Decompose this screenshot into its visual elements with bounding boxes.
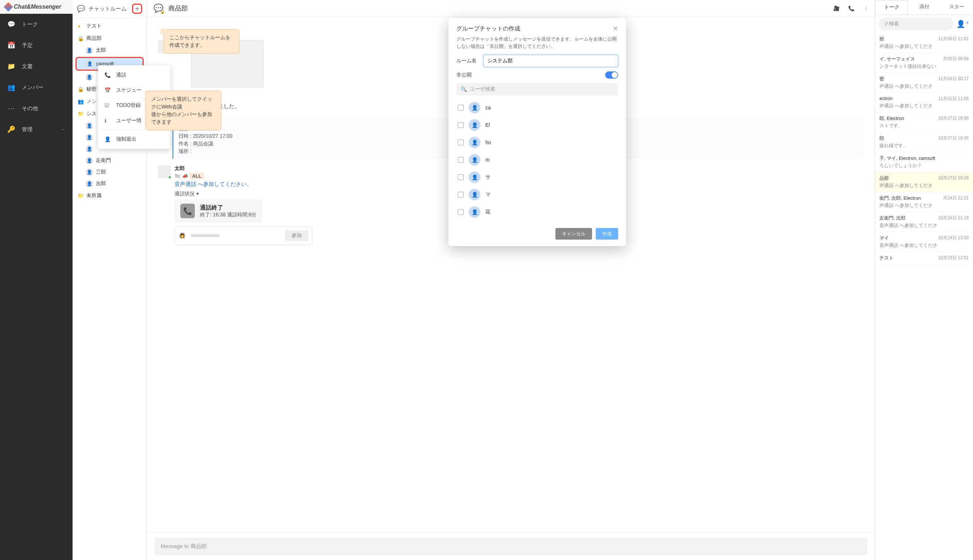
room-member[interactable]: 👤左衛門 (73, 155, 147, 167)
talk-item[interactable]: 郎10月27日 16:35疲れ様です。 (875, 132, 973, 152)
user-row[interactable]: 👤花 (456, 203, 618, 221)
talk-item[interactable]: 部11月06日 11:01声通話 へ参加してくださ (875, 33, 973, 53)
context-item[interactable]: 📞通話 (98, 67, 171, 83)
talk-preview: 声通話 へ参加してくださ (879, 103, 969, 109)
create-button[interactable]: 作成 (596, 228, 618, 240)
talk-item[interactable]: 左衛門, 次郎10月24日 21:19音声通話 へ参加してくださ (875, 212, 973, 232)
tab-添付[interactable]: 添付 (908, 0, 940, 15)
user-row[interactable]: 👤ho (456, 134, 618, 151)
talk-date: 10月24日 21:19 (938, 215, 969, 222)
user-row[interactable]: 👤左 (456, 221, 618, 222)
nav-label: 管理 (22, 126, 33, 133)
voice-call-icon[interactable]: 📞 (848, 5, 854, 11)
nav-item-予定[interactable]: 📅予定 (0, 35, 73, 56)
room-item[interactable]: ●テスト (73, 20, 147, 32)
tab-スター[interactable]: スター (941, 0, 973, 15)
lock-icon: 🔒 (160, 10, 165, 14)
checkbox[interactable] (458, 192, 464, 198)
nav-item-文書[interactable]: 📁文書 (0, 56, 73, 77)
message-input[interactable]: Message to 商品部 (154, 538, 868, 555)
user-row[interactable]: 👤サ (456, 168, 618, 186)
avatar: 👤 (85, 157, 93, 164)
checkbox[interactable] (458, 140, 464, 145)
talk-date: 月05日 09:58 (943, 56, 969, 62)
nav-item-メンバー[interactable]: 👥メンバー (0, 77, 73, 98)
folder-item[interactable]: 📁未所属 (73, 190, 147, 202)
more-icon[interactable]: ⋮ (863, 5, 868, 11)
checkbox[interactable] (458, 209, 464, 215)
talk-name: マイ (879, 235, 889, 242)
checkbox[interactable] (458, 105, 464, 110)
talk-name: 左衛門, 次郎 (879, 215, 906, 222)
user-row[interactable]: 👤El (456, 117, 618, 134)
avatar (158, 165, 171, 178)
talk-name: テスト (879, 255, 894, 261)
checkbox[interactable] (458, 157, 464, 163)
talk-preview: ンターネット接続出来ない (879, 63, 969, 70)
talk-item[interactable]: テスト10月23日 12:01 (875, 252, 973, 265)
call-detail: 終了: 16:38 通話時間:8分 (200, 212, 256, 218)
user-name: 花 (485, 209, 490, 215)
talk-item[interactable]: 子, マイ, Electron, camsoftろしいでしょうか？ (875, 152, 973, 172)
room-status-icon: 🔒 (78, 35, 84, 41)
user-row[interactable]: 👤ca (456, 99, 618, 117)
member-name: 太郎 (96, 47, 106, 53)
member-name: 三郎 (96, 169, 106, 175)
cancel-button[interactable]: キャンセル (555, 228, 592, 240)
talk-date: 10月27日 16:29 (938, 175, 969, 182)
chat-actions: 🎥 📞 ⋮ (833, 5, 868, 11)
room-member[interactable]: 👤三郎 (73, 167, 147, 178)
private-toggle[interactable] (605, 72, 618, 78)
user-row[interactable]: 👤マ (456, 186, 618, 203)
member-name: 左衛門 (96, 157, 111, 164)
talk-date: 10月23日 12:01 (938, 255, 969, 261)
nav-icon: 🔑 (7, 125, 15, 133)
phone-icon: 📞 (180, 204, 195, 218)
talk-search-input[interactable]: ク検索 (879, 18, 953, 30)
talk-item[interactable]: マイ10月24日 13:33音声通話 へ参加してくださ (875, 232, 973, 252)
context-label: TODO登録 (116, 102, 141, 109)
user-search-input[interactable]: 🔍 ユーザ検索 (456, 83, 618, 95)
room-col-title: チャットルーム (89, 5, 129, 12)
join-button[interactable]: 参加 (285, 230, 308, 241)
add-person-icon[interactable]: 👤⁺ (956, 20, 970, 28)
talk-item[interactable]: 郎, Electron10月27日 16:36ストです。 (875, 112, 973, 132)
room-item[interactable]: 🔒商品部 (73, 32, 147, 45)
talk-item[interactable]: 衛門, 次郎, Electron月24日 21:21声通話 へ参加してくださ (875, 192, 973, 212)
add-room-button[interactable]: + (132, 3, 142, 14)
nav-item-トーク[interactable]: 💬トーク (0, 14, 73, 35)
nav-item-その他[interactable]: ⋯その他 (0, 98, 73, 119)
avatar: 👩 (179, 232, 186, 239)
close-icon[interactable]: ✕ (613, 25, 618, 33)
talk-item[interactable]: イ, サーフェイス月05日 09:58ンターネット接続出来ない (875, 53, 973, 73)
callout-web-meeting: メンバーを選択してクイックにWeb会議後から他のメンバーも参加できます (145, 91, 221, 130)
member-name: 次郎 (96, 180, 106, 187)
talk-item[interactable]: 品部10月27日 16:29声通話 へ参加してくださ (875, 172, 973, 192)
chevron-right-icon: → (60, 127, 65, 132)
nav-item-管理[interactable]: 🔑管理→ (0, 119, 73, 140)
tab-トーク[interactable]: トーク (875, 0, 908, 15)
talk-name: ectron (879, 96, 893, 102)
brand-logo: Chat&Messenger (0, 0, 73, 14)
video-call-icon[interactable]: 🎥 (833, 5, 839, 11)
checkbox[interactable] (458, 174, 464, 180)
avatar: 👤 (85, 122, 93, 129)
call-title: 通話終了 (200, 204, 256, 212)
talk-item[interactable]: ectron11月01日 11:08声通話 へ参加してくださ (875, 93, 973, 112)
talk-item[interactable]: 密11月04日 00:17声通話 へ参加してくださ (875, 73, 973, 93)
user-name: m (485, 157, 490, 163)
context-item[interactable]: 👤強制退出 (98, 132, 171, 147)
callout-create-room: ここからチャットルームを作成できます。 (163, 29, 239, 53)
room-name-input[interactable] (483, 55, 618, 67)
room-member[interactable]: 👤次郎 (73, 178, 147, 190)
context-icon: 📞 (104, 72, 111, 78)
room-member[interactable]: 👤太郎 (73, 45, 147, 56)
private-label: 非公開 (456, 72, 478, 78)
talk-date: 10月27日 16:35 (938, 135, 969, 142)
talk-name: 部 (879, 36, 884, 42)
user-row[interactable]: 👤m (456, 151, 618, 168)
talk-name: 郎 (879, 135, 884, 142)
talk-name: 子, マイ, Electron, camsoft (879, 155, 935, 162)
checkbox[interactable] (458, 122, 464, 128)
talk-name: イ, サーフェイス (879, 56, 915, 62)
